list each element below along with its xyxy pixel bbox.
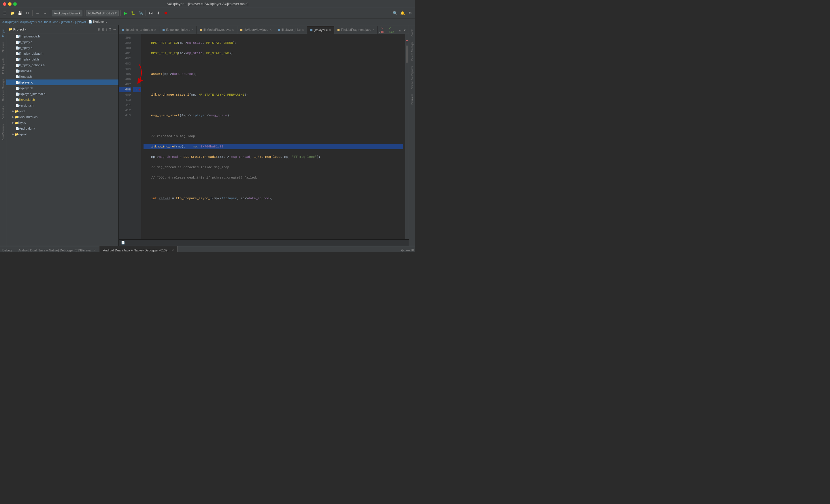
breadcrumb-src[interactable]: src — [38, 20, 42, 24]
breadcrumb-ijkmedia[interactable]: ijkmedia — [61, 20, 72, 24]
attach-button[interactable]: 📎 — [137, 10, 144, 16]
sidebar-item-bookmarks[interactable]: Bookmarks — [1, 104, 5, 122]
tree-item-ijksdl[interactable]: ▶ 📁 ijksdl — [6, 108, 119, 114]
tree-item-ijkplayer-h[interactable]: 📄 ijkplayer.h — [6, 85, 119, 91]
breadcrumb-file[interactable]: 📄 ijkplayer.c — [88, 20, 107, 24]
sidebar-item-device-manager[interactable]: Device Manager — [410, 39, 414, 63]
tab-ffpipeline-android[interactable]: ◼ ffpipeline_android.c ✕ — [119, 26, 159, 34]
tab-ffpipeline-ffplay[interactable]: ◼ ffpipeline_ffplay.c ✕ — [159, 26, 197, 34]
sidebar-item-gradle[interactable]: Gradle — [410, 27, 414, 39]
tab-close-icon-4[interactable]: ✕ — [269, 28, 272, 31]
debug-tabs: Debug: Android Dual (Java + Native) Debu… — [0, 246, 415, 252]
refresh-icon[interactable]: ↺ — [24, 10, 31, 16]
maximize-button[interactable] — [13, 2, 17, 6]
tab-ijkvideoview[interactable]: ◼ ijkVideoView.java ✕ — [237, 26, 275, 34]
tree-item-version-sh[interactable]: 📄 version.sh — [6, 103, 119, 108]
tree-item-ff-ffplay-options-h[interactable]: 📄 ff_ffplay_options.h — [6, 62, 119, 68]
gutter-line-413 — [133, 113, 141, 118]
notification-icon[interactable]: 🔔 — [400, 10, 406, 16]
settings-icon[interactable]: ⚙ — [407, 10, 413, 16]
scrollbar-thumb[interactable] — [406, 45, 408, 63]
debug-session-native-label: Android Dual (Java + Native) Debugger (6… — [103, 248, 168, 252]
tree-item-ijkyuv[interactable]: ▶ 📁 ijkyuv — [6, 120, 119, 126]
close-session-native[interactable]: ✕ — [171, 248, 174, 252]
breadcrumb-module[interactable]: A4ijkplayer — [20, 20, 35, 24]
tree-item-label: ijkversion.h — [19, 98, 35, 101]
tab-close-icon-7[interactable]: ✕ — [372, 28, 375, 31]
sidebar-item-build-variants[interactable]: Build Variants — [1, 122, 5, 142]
collapse-all-icon[interactable]: ⊟ — [101, 27, 104, 31]
step-over-icon[interactable]: ⏭ — [148, 10, 154, 16]
tree-item-ijkmeta-c[interactable]: 📄 ijkmeta.c — [6, 68, 119, 74]
sidebar-item-pull-requests[interactable]: Pull Requests — [1, 56, 5, 76]
back-icon[interactable]: ← — [34, 10, 41, 16]
sidebar-item-structure[interactable]: Structure — [1, 40, 5, 55]
tab-close-icon[interactable]: ✕ — [154, 28, 156, 31]
sidebar-item-resource-manager[interactable]: Resource Manager — [1, 77, 5, 103]
save-icon[interactable]: 💾 — [17, 10, 23, 16]
tab-ijkplayer-c[interactable]: ◼ ijkplayer.c ✕ — [307, 26, 334, 34]
search-icon[interactable]: 🔍 — [392, 10, 398, 16]
debug-button[interactable]: 🐛 — [130, 10, 136, 16]
breakpoint-icon[interactable]: ● — [138, 88, 140, 91]
menu-icon[interactable]: ☰ — [2, 10, 8, 16]
debug-settings-icon[interactable]: ⚙ — [401, 248, 404, 252]
tree-item-ijkplayer-c[interactable]: 📄 ijkplayer.c — [6, 79, 119, 85]
breadcrumb-ijkplayer-dir[interactable]: ijkplayer — [74, 20, 86, 24]
open-icon[interactable]: 📁 — [9, 10, 15, 16]
debug-layout-icon[interactable]: ⊞ — [411, 248, 414, 252]
tree-item-ff-ffplay-def-h[interactable]: 📄 ff_ffplay_def.h — [6, 57, 119, 62]
gutter-line-408[interactable]: → ● — [133, 87, 141, 92]
project-dropdown-icon[interactable]: ▾ — [25, 28, 27, 31]
more-icon[interactable]: ⋯ — [113, 27, 116, 31]
sidebar-item-project[interactable]: Project — [1, 27, 5, 39]
tree-item-iikprof[interactable]: ▶ 📁 iikprof — [6, 131, 119, 137]
close-session-java[interactable]: ✕ — [93, 248, 96, 252]
step-in-icon[interactable]: ⬇ — [155, 10, 161, 16]
minimize-button[interactable] — [8, 2, 11, 6]
h-file-icon-2: 📄 — [15, 46, 19, 49]
tab-filelistfragment[interactable]: ◼ FileListFragment.java ✕ — [334, 26, 378, 34]
tab-close-icon-5[interactable]: ✕ — [302, 28, 304, 31]
stop-icon[interactable]: ⏹ — [163, 10, 169, 16]
tab-ijkmediaplayer[interactable]: ◼ ijkMediaPlayer.java ✕ — [197, 26, 237, 34]
sort-icon[interactable]: ↕ — [105, 27, 107, 31]
debug-session-native[interactable]: Android Dual (Java + Native) Debugger (6… — [99, 246, 177, 252]
debug-minimize-icon[interactable]: — — [406, 248, 410, 252]
separator-5 — [146, 10, 146, 16]
locate-icon[interactable]: ⊕ — [97, 27, 100, 31]
fold-icon[interactable]: ▲ — [398, 29, 402, 32]
device-selector[interactable]: HUAWEI STK-L22 ▾ — [86, 10, 119, 16]
tab-close-icon-3[interactable]: ✕ — [232, 28, 234, 31]
tree-item-ijkversion-h[interactable]: 📄 ijkversion.h — [6, 97, 119, 103]
tree-item-ff-ffplay-h[interactable]: 📄 ff_ffplay.h — [6, 45, 119, 51]
tab-close-icon-2[interactable]: ✕ — [191, 28, 194, 31]
debug-session-java[interactable]: Android Dual (Java + Native) Debugger (6… — [15, 246, 99, 252]
sh-file-icon: 📄 — [15, 104, 19, 107]
tree-item-ijksoundtouch[interactable]: ▶ 📁 ijksoundtouch — [6, 114, 119, 120]
tab-close-icon-6[interactable]: ✕ — [329, 29, 331, 32]
breadcrumb-main[interactable]: main — [44, 20, 51, 24]
unfold-icon[interactable]: ▼ — [403, 29, 406, 32]
tree-item-ijkmeta-h[interactable]: 📄 ijkmeta.h — [6, 74, 119, 79]
breadcrumb-cpp[interactable]: cpp — [53, 20, 59, 24]
tree-item-ff-ffplay-c[interactable]: 📄 ff_ffplay.c — [6, 39, 119, 45]
editor-scrollbar[interactable] — [405, 34, 409, 239]
code-text[interactable]: MPST_RET_IF_EQ(mp->mp_state, MP_STATE_ER… — [141, 34, 405, 239]
close-button[interactable] — [3, 2, 6, 6]
tree-item-android-mk[interactable]: 📄 Android.mk — [6, 126, 119, 131]
tree-item-ff-ffplay-debug-h[interactable]: 📄 ff_ffplay_debug.h — [6, 51, 119, 57]
tree-item-ijkplayer-internal-h[interactable]: 📄 ijkplayer_internal.h — [6, 91, 119, 97]
run-button[interactable]: ▶ — [123, 10, 129, 16]
tree-item-ff-ffpipenode-h[interactable]: 📄 ff_ffpipenode.h — [6, 33, 119, 39]
code-line-407: // released in msg_loop — [143, 134, 403, 139]
sidebar-item-emulator[interactable]: Emulator — [410, 92, 414, 107]
gear-icon[interactable]: ⚙ — [108, 27, 111, 31]
forward-icon[interactable]: → — [42, 10, 48, 16]
sidebar-item-device-file-explorer[interactable]: Device File Explorer — [410, 64, 414, 92]
project-selector[interactable]: A4ijkplayerDemo ▾ — [52, 10, 83, 16]
breadcrumb-project[interactable]: A4ijkplayer — [2, 20, 18, 24]
tab-ijkplayer-jni[interactable]: ◼ ijkplayer_jni.c ✕ — [275, 26, 307, 34]
tree-item-label: ff_ffpipenode.h — [19, 35, 40, 38]
code-line-410: // msg_thread is detached inside msg_loo… — [143, 165, 403, 170]
